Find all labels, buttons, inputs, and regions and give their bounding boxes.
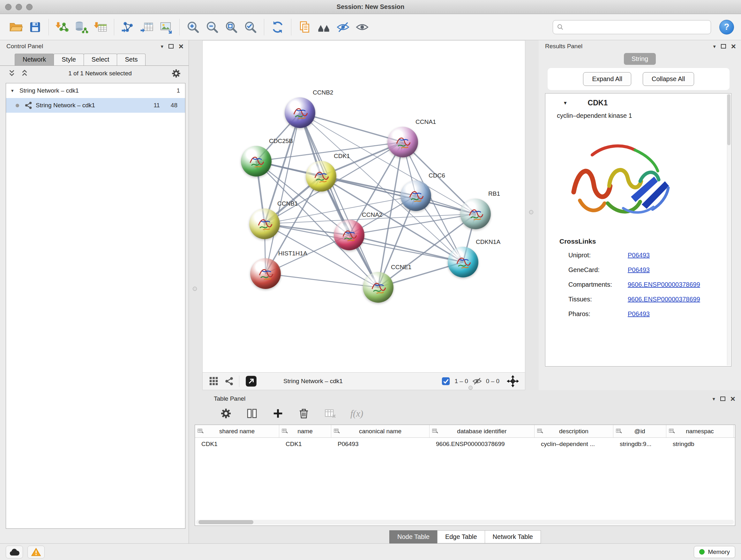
crosslink-link-tissues[interactable]: 9606.ENSP00000378699 xyxy=(628,296,700,303)
tab-edge-table[interactable]: Edge Table xyxy=(437,530,485,543)
open-session-button[interactable] xyxy=(7,18,25,36)
search-input[interactable] xyxy=(566,23,707,30)
memory-button[interactable]: Memory xyxy=(694,546,735,558)
close-panel-icon[interactable]: × xyxy=(179,42,184,51)
collection-caret-icon[interactable]: ▾ xyxy=(11,88,19,94)
open-in-browser-button[interactable] xyxy=(245,374,258,388)
panel-menu-caret-icon[interactable]: ▾ xyxy=(713,396,715,402)
tab-select[interactable]: Select xyxy=(84,54,118,65)
add-column-plus-icon[interactable] xyxy=(272,408,284,420)
network-row-selected[interactable]: String Network – cdk1 11 48 xyxy=(6,98,185,113)
network-collection-row[interactable]: ▾ String Network – cdk1 1 xyxy=(6,83,185,98)
network-edge-cdk1-rb1[interactable] xyxy=(321,176,475,214)
network-node-hist1h1a[interactable] xyxy=(250,258,281,289)
network-node-cdkn1a[interactable] xyxy=(448,247,478,277)
horizontal-splitter-handle[interactable] xyxy=(468,386,473,390)
network-overview-grid-icon[interactable] xyxy=(208,376,219,387)
pan-crosshair-icon[interactable] xyxy=(507,375,519,388)
network-edge-ccnb2-hist1h1a[interactable] xyxy=(266,113,300,273)
network-options-gear-icon[interactable] xyxy=(171,68,182,79)
zoom-in-button[interactable] xyxy=(184,18,202,36)
network-edge-ccna2-cdkn1a[interactable] xyxy=(349,235,463,262)
close-window-button[interactable] xyxy=(5,4,11,10)
network-canvas[interactable]: CCNB2CCNA1CDC25BCDK1CDC6RB1CCNB1CCNA2CDK… xyxy=(202,40,525,372)
export-network-button[interactable] xyxy=(119,18,137,36)
delete-trash-icon[interactable] xyxy=(297,407,310,420)
zoom-selected-button[interactable] xyxy=(242,18,259,36)
tab-sets[interactable]: Sets xyxy=(117,54,145,65)
network-edge-ccnb2-ccne1[interactable] xyxy=(300,113,378,287)
hide-graphics-details-button[interactable] xyxy=(334,18,352,36)
share-network-icon[interactable] xyxy=(224,376,234,386)
network-node-ccna1[interactable] xyxy=(387,127,418,158)
column-header-id[interactable]: @id xyxy=(613,425,666,437)
network-node-cdc6[interactable] xyxy=(401,180,431,211)
float-panel-icon[interactable] xyxy=(721,44,726,49)
copy-document-button[interactable] xyxy=(296,18,314,36)
function-builder-button[interactable]: f(x) xyxy=(350,408,363,419)
zoom-fit-button[interactable] xyxy=(222,18,240,36)
expand-all-button[interactable]: Expand All xyxy=(583,72,631,86)
hidden-eye-slash-icon[interactable] xyxy=(472,376,482,386)
warnings-button[interactable] xyxy=(27,546,45,558)
import-network-database-button[interactable] xyxy=(72,18,90,36)
column-header-shared-name[interactable]: shared name xyxy=(195,425,279,437)
network-node-ccnb2[interactable] xyxy=(285,98,315,128)
tab-network-table[interactable]: Network Table xyxy=(485,530,541,543)
table-settings-gear-icon[interactable] xyxy=(219,407,232,420)
search-box[interactable] xyxy=(553,20,711,34)
selected-checkbox-icon[interactable] xyxy=(441,376,451,386)
close-panel-icon[interactable]: × xyxy=(731,42,736,51)
network-node-cdk1[interactable] xyxy=(306,161,336,192)
tab-style[interactable]: Style xyxy=(54,54,84,65)
apply-layout-button[interactable] xyxy=(269,18,286,36)
export-table-button[interactable] xyxy=(138,18,156,36)
network-edge-ccnb2-ccna1[interactable] xyxy=(300,113,403,142)
crosslink-link-compartments[interactable]: 9606.ENSP00000378699 xyxy=(628,281,700,288)
column-header-canonical-name[interactable]: canonical name xyxy=(331,425,429,437)
network-node-ccna2[interactable] xyxy=(334,220,364,250)
column-header-namespac[interactable]: namespac xyxy=(666,425,734,437)
maximize-window-button[interactable] xyxy=(26,4,32,10)
tab-network[interactable]: Network xyxy=(15,54,54,65)
results-scrollbar-thumb[interactable] xyxy=(727,94,731,145)
column-header-description[interactable]: description xyxy=(535,425,613,437)
panel-menu-caret-icon[interactable]: ▾ xyxy=(713,44,716,50)
collapse-all-button[interactable]: Collapse All xyxy=(643,72,694,86)
column-header-name[interactable]: name xyxy=(279,425,331,437)
table-row[interactable]: CDK1CDK1P064939606.ENSP00000378699cyclin… xyxy=(195,438,735,450)
crosslink-link-pharos[interactable]: P06493 xyxy=(628,310,650,318)
network-node-cdc25b[interactable] xyxy=(241,146,272,177)
collapse-protein-caret-icon[interactable]: ▾ xyxy=(564,100,567,106)
float-panel-icon[interactable] xyxy=(720,396,725,401)
cloud-status-button[interactable] xyxy=(6,546,23,558)
save-session-button[interactable] xyxy=(26,18,44,36)
show-graphics-details-button[interactable] xyxy=(353,18,371,36)
column-header-database-identifier[interactable]: database identifier xyxy=(429,425,535,437)
tab-node-table[interactable]: Node Table xyxy=(389,530,437,543)
vertical-splitter-handle[interactable] xyxy=(193,287,197,291)
network-edge-hist1h1a-ccne1[interactable] xyxy=(266,273,378,287)
network-node-rb1[interactable] xyxy=(460,199,491,229)
expand-all-networks-icon[interactable] xyxy=(7,69,17,78)
network-node-ccnb1[interactable] xyxy=(249,208,280,239)
close-panel-icon[interactable]: × xyxy=(731,395,735,403)
help-button[interactable]: ? xyxy=(719,20,734,35)
import-network-file-button[interactable] xyxy=(53,18,71,36)
crosslink-link-uniprot[interactable]: P06493 xyxy=(628,252,650,259)
network-node-ccne1[interactable] xyxy=(363,272,394,303)
zoom-out-button[interactable] xyxy=(203,18,221,36)
toggle-columns-icon[interactable] xyxy=(246,407,259,420)
table-scrollbar-thumb[interactable] xyxy=(199,520,253,524)
vertical-splitter-handle[interactable] xyxy=(529,210,533,214)
tab-string[interactable]: String xyxy=(624,53,656,65)
collapse-all-networks-icon[interactable] xyxy=(20,69,29,78)
minimize-window-button[interactable] xyxy=(16,4,22,10)
panel-menu-caret-icon[interactable]: ▾ xyxy=(161,44,163,50)
table-horizontal-scrollbar[interactable] xyxy=(196,520,734,524)
export-image-button[interactable] xyxy=(157,18,175,36)
results-scrollbar[interactable] xyxy=(727,94,731,366)
import-table-file-button[interactable] xyxy=(91,18,110,36)
float-panel-icon[interactable] xyxy=(169,44,174,49)
birdseye-view-button[interactable] xyxy=(315,18,333,36)
